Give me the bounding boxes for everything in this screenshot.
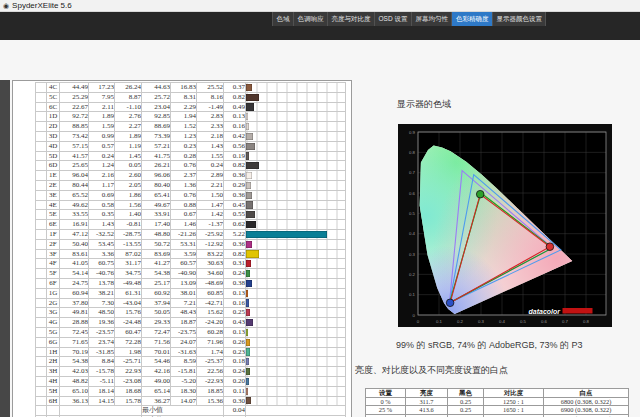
delta-e-bar (246, 123, 249, 130)
wp-col-黑色: 黑色 (448, 389, 484, 398)
delta-e-bar (246, 162, 259, 169)
x-tick-label: 0.7 (562, 319, 569, 324)
measurement-panel: 4C44.4917.2326.2444.6316.8325.520.375C25… (12, 80, 352, 417)
whitepoint-row: 0 %311.70.251250 : 16800 (0.308, 0.322) (366, 397, 629, 406)
measurement-row: 5E33.550.351.4033.910.671.420.55 (36, 210, 346, 220)
y-tick-label: 0.3 (409, 252, 416, 257)
brand-text: datacolor (528, 308, 561, 315)
measurement-row: 4C44.4917.2326.2444.6316.8325.520.37 (36, 83, 346, 93)
measurement-row: 4D57.150.571.1957.210.231.430.56 (36, 141, 346, 151)
measurement-row: 4E49.620.581.5649.670.881.470.45 (36, 200, 346, 210)
delta-e-bar (246, 241, 252, 248)
delta-e-bar (246, 143, 255, 150)
x-tick-label: 0.3 (478, 319, 485, 324)
tab-屏幕均匀性[interactable]: 屏幕均匀性 (411, 12, 452, 26)
gamut-title: 显示器的色域 (397, 98, 451, 111)
whitepoint-heading: 亮度、对比度以及不同亮度设置的白点 (355, 364, 508, 377)
delta-e-bar (246, 348, 250, 355)
delta-e-bar (246, 290, 248, 297)
delta-e-bar (246, 339, 250, 346)
measurement-row: 5G72.45-23.5760.4772.47-23.7560.280.13 (36, 327, 346, 337)
delta-e-bar (246, 329, 248, 336)
tab-色调响应[interactable]: 色调响应 (293, 12, 327, 26)
delta-e-bar (246, 182, 251, 189)
delta-e-bar (246, 192, 252, 199)
tab-亮度与对比度[interactable]: 亮度与对比度 (327, 12, 374, 26)
measurement-row: 2G37.807.30-43.0437.947.21-42.710.16 (36, 298, 346, 308)
measurement-row: 6C22.672.11-1.1023.042.29-1.490.49 (36, 102, 346, 112)
y-tick-label: 0.5 (409, 211, 416, 216)
delta-e-bar (246, 309, 250, 316)
tab-OSD 设置[interactable]: OSD 设置 (374, 12, 411, 26)
x-tick-label: 0.4 (499, 319, 506, 324)
y-tick-label: 0.7 (409, 170, 416, 175)
x-tick-label: 0.1 (436, 319, 443, 324)
measurement-row: 6D25.651.240.0526.210.760.240.82 (36, 161, 346, 171)
measurement-row: 3G49.8148.5015.7650.0548.4315.620.25 (36, 308, 346, 318)
title-bar: ◉ SpyderXElite 5.6 (0, 0, 640, 12)
main-content: 4C44.4917.2326.2444.6316.8325.520.375C25… (0, 40, 640, 417)
whitepoint-table: 设置亮度黑色对比度白点 0 %311.70.251250 : 16800 (0.… (365, 388, 629, 417)
measurement-row: 5C25.297.958.8725.728.318.160.82 (36, 92, 346, 102)
measurement-row: 3D73.420.991.8973.391.232.180.42 (36, 131, 346, 141)
y-tick-label: 0.2 (409, 272, 416, 277)
measurement-row: 3E65.520.691.8665.410.761.500.36 (36, 190, 346, 200)
x-tick-label: 0.2 (457, 319, 464, 324)
measurement-row: 5F54.14-40.7634.7554.38-40.9034.600.24 (36, 269, 346, 279)
y-tick-label: 0.8 (409, 150, 416, 155)
tab-色域[interactable]: 色域 (272, 12, 293, 26)
delta-e-bar (246, 172, 252, 179)
measurement-row: 3H42.03-15.7822.9342.16-15.8122.560.24 (36, 367, 346, 377)
delta-e-bar (246, 103, 254, 110)
tab-显示器颜色设置[interactable]: 显示器颜色设置 (492, 12, 547, 26)
delta-e-bar (246, 211, 255, 218)
delta-e-bar (246, 388, 248, 395)
delta-e-bar (246, 397, 251, 404)
primary-marker (476, 190, 484, 198)
delta-e-bar (246, 299, 249, 306)
tab-strip: 色域色调响应亮度与对比度OSD 设置屏幕均匀性色彩精确度显示器颜色设置 (272, 12, 546, 26)
color-accuracy-table: 4C44.4917.2326.2444.6316.8325.520.375C25… (35, 82, 346, 417)
delta-e-bar (246, 84, 252, 91)
whitepoint-row: 25 %413.60.251650 : 16900 (0.308, 0.322) (366, 406, 629, 415)
x-tick-label: 0.5 (520, 319, 527, 324)
tab-色彩精确度[interactable]: 色彩精确度 (451, 12, 492, 26)
measurement-row: 2F50.4053.45-13.5550.7253.31-12.920.36 (36, 239, 346, 249)
measurement-row: 4H48.82-5.11-23.0849.00-5.20-22.930.20 (36, 376, 346, 386)
measurement-row: 2E80.441.172.0580.401.362.210.29 (36, 180, 346, 190)
delta-e-bar (246, 319, 253, 326)
measurement-row: 2H54.388.84-25.7154.468.59-25.370.18 (36, 357, 346, 367)
tab-bar: 色域色调响应亮度与对比度OSD 设置屏幕均匀性色彩精确度显示器颜色设置 (0, 12, 640, 40)
left-edge-panel (0, 80, 10, 417)
summary-row: 最小值0.04 (36, 406, 346, 416)
delta-e-bar (246, 368, 250, 375)
wp-col-设置: 设置 (366, 389, 406, 398)
measurement-row: 1D92.721.892.7692.851.942.830.13 (36, 112, 346, 122)
measurement-row: 1G60.9438.2161.3160.9238.0160.850.13 (36, 288, 346, 298)
wp-col-白点: 白点 (544, 389, 629, 398)
delta-e-bar (246, 231, 327, 238)
delta-e-bar (246, 113, 248, 120)
y-tick-label: 0.4 (409, 231, 416, 236)
delta-e-bar (246, 378, 249, 385)
measurement-row: 4F41.0560.7531.1741.2760.5730.630.31 (36, 259, 346, 269)
delta-e-bar (246, 250, 259, 257)
delta-e-bar (246, 201, 253, 208)
measurement-row: 6F24.7513.78-49.4825.1713.09-48.690.38 (36, 278, 346, 288)
y-tick-label: 0.6 (409, 191, 416, 196)
wp-col-亮度: 亮度 (406, 389, 448, 398)
delta-e-bar (246, 270, 250, 277)
whitepoint-header-row: 设置亮度黑色对比度白点 (366, 389, 629, 398)
wp-col-对比度: 对比度 (484, 389, 544, 398)
measurement-row: 6E16.911.43-0.8117.401.46-1.370.62 (36, 220, 346, 230)
measurement-row: 1F47.12-32.52-28.7548.80-21.26-25.925.22 (36, 229, 346, 239)
gamut-coverage-caption: 99% 的 sRGB, 74% 的 AdobeRGB, 73% 的 P3 (396, 339, 583, 352)
measurement-row: 1H70.19-31.851.9870.01-31.631.740.23 (36, 347, 346, 357)
delta-e-bar (246, 260, 251, 267)
app-icon: ◉ (3, 2, 9, 9)
measurement-row: 4G28.8819.36-24.4829.3318.87-24.200.43 (36, 318, 346, 328)
measurement-row: 3F83.613.3687.0283.693.5983.220.82 (36, 249, 346, 259)
delta-e-bar (246, 152, 249, 159)
y-tick-label: 0.9 (409, 130, 416, 135)
x-tick-label: 0.6 (541, 319, 548, 324)
